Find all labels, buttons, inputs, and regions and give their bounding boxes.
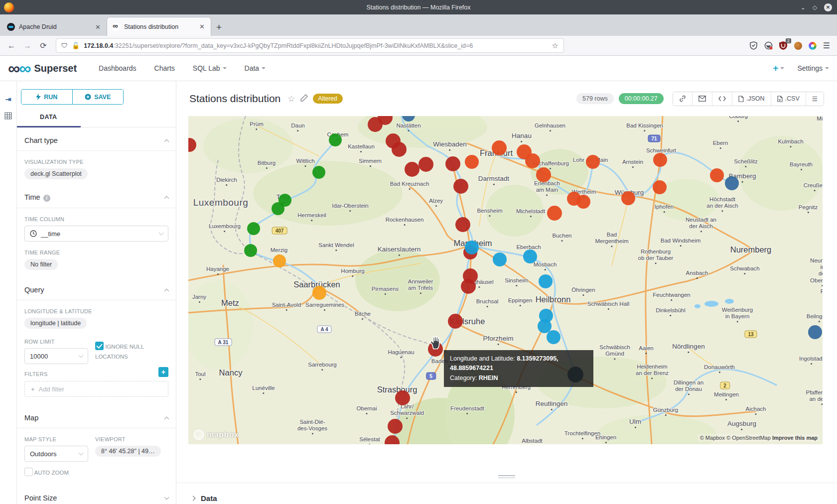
url-text[interactable]: 172.18.0.4:32251/superset/explore/?form_… xyxy=(84,42,548,49)
station-point-green[interactable] xyxy=(329,133,342,146)
add-new-button[interactable]: + xyxy=(773,63,784,74)
section-point-size[interactable]: Point Size xyxy=(24,485,168,504)
ignore-null-checkbox[interactable] xyxy=(95,342,104,350)
station-point-blue[interactable] xyxy=(539,274,553,288)
station-point-orangered[interactable] xyxy=(536,167,551,182)
superset-logo[interactable]: ∞∞ Superset xyxy=(8,61,77,76)
station-point-blue[interactable] xyxy=(547,330,560,344)
ublock-icon[interactable]: 2 xyxy=(779,41,788,50)
station-point-crimson[interactable] xyxy=(455,217,470,232)
nav-data[interactable]: Data xyxy=(245,64,266,72)
station-point-orangered[interactable] xyxy=(621,191,635,205)
station-point-orangered[interactable] xyxy=(492,140,507,155)
menu-icon[interactable]: ☰ xyxy=(823,41,830,50)
reload-button[interactable]: ⟳ xyxy=(37,41,50,50)
add-filter-plus-button[interactable]: + xyxy=(158,367,168,377)
row-limit-select[interactable]: 10000 xyxy=(24,348,88,364)
window-minimize-button[interactable]: ⌄ xyxy=(801,4,806,11)
station-point-steel[interactable] xyxy=(808,325,822,339)
tab-close-icon[interactable]: ✕ xyxy=(198,23,206,30)
tab-close-icon[interactable]: ✕ xyxy=(94,23,102,31)
altered-badge[interactable]: Altered xyxy=(313,94,343,104)
nav-dashboards[interactable]: Dashboards xyxy=(99,64,137,72)
station-point-orangered[interactable] xyxy=(525,153,540,168)
station-point-crimson[interactable] xyxy=(388,419,403,434)
new-tab-button[interactable]: + xyxy=(216,22,222,33)
station-point-crimson[interactable] xyxy=(445,156,460,171)
station-point-orangered[interactable] xyxy=(653,153,667,167)
data-results-panel[interactable]: Data xyxy=(176,483,837,503)
station-point-crimson[interactable] xyxy=(392,142,407,157)
station-point-crimson[interactable] xyxy=(418,157,433,172)
collapse-panel-icon[interactable]: ⇥ xyxy=(5,95,11,103)
url-bar[interactable]: 🛡 🔓 172.18.0.4:32251/superset/explore/?f… xyxy=(56,38,564,53)
window-maximize-button[interactable]: ◇ xyxy=(813,4,817,11)
lock-insecure-icon[interactable]: 🔓 xyxy=(72,42,80,49)
settings-menu[interactable]: Settings xyxy=(797,64,829,72)
improve-map-link[interactable]: Improve this map xyxy=(772,435,818,441)
export-csv-button[interactable]: .CSV xyxy=(771,92,806,106)
pocket-shield-icon[interactable] xyxy=(749,41,758,50)
deckgl-map[interactable]: PrümDaunCochemKastellaunBitburgWittlichS… xyxy=(188,116,823,444)
copy-link-button[interactable] xyxy=(673,92,692,106)
station-point-green[interactable] xyxy=(312,166,325,179)
section-map[interactable]: Map xyxy=(24,405,168,428)
viewport-value[interactable]: 8° 46' 45.28" | 49… xyxy=(95,446,161,457)
window-close-button[interactable]: ✕ xyxy=(824,3,832,11)
station-point-blue[interactable] xyxy=(493,252,507,266)
tab-stations-distribution[interactable]: Stations distribution ✕ xyxy=(107,17,211,36)
section-chart-type[interactable]: Chart type xyxy=(24,127,168,150)
map-style-select[interactable]: Outdoors xyxy=(24,446,88,462)
viz-type-value[interactable]: deck.gl Scatterplot xyxy=(24,168,88,179)
station-point-orangered[interactable] xyxy=(465,155,479,169)
resize-drag-handle[interactable] xyxy=(498,474,515,480)
edit-properties-icon[interactable] xyxy=(300,94,308,103)
cookie-icon[interactable] xyxy=(794,42,802,50)
section-query[interactable]: Query xyxy=(24,277,168,300)
extension-pinwheel-icon[interactable] xyxy=(809,42,817,50)
favorite-star-icon[interactable]: ☆ xyxy=(287,94,295,104)
station-point-green[interactable] xyxy=(244,244,257,257)
run-button[interactable]: RUN xyxy=(21,90,72,104)
station-point-blue[interactable] xyxy=(465,241,479,254)
station-point-orangered[interactable] xyxy=(710,168,724,182)
station-point-orangered[interactable] xyxy=(576,195,590,209)
export-json-button[interactable]: .JSON xyxy=(732,92,771,106)
station-point-green[interactable] xyxy=(272,202,284,215)
station-point-crimson[interactable] xyxy=(461,279,476,294)
station-point-orange[interactable] xyxy=(273,254,286,267)
station-point-orangered[interactable] xyxy=(586,155,600,169)
station-point-orangered[interactable] xyxy=(547,206,562,221)
time-column-select[interactable]: __time xyxy=(24,226,168,242)
shield-icon[interactable]: 🛡 xyxy=(61,42,68,49)
email-button[interactable] xyxy=(692,92,712,106)
station-point-steel[interactable] xyxy=(725,176,739,190)
nav-charts[interactable]: Charts xyxy=(154,64,175,72)
station-point-crimson[interactable] xyxy=(448,314,463,329)
station-point-orangered[interactable] xyxy=(653,180,667,194)
add-filter-box[interactable]: + Add filter xyxy=(24,381,168,397)
tab-apache-druid[interactable]: Apache Druid ✕ xyxy=(2,18,107,36)
station-point-crimson[interactable] xyxy=(395,390,410,405)
station-point-crimson[interactable] xyxy=(453,179,468,194)
tab-data[interactable]: DATA xyxy=(40,114,57,121)
station-point-green[interactable] xyxy=(247,222,260,235)
bookmark-star-icon[interactable]: ☆ xyxy=(552,41,558,50)
station-point-orange[interactable] xyxy=(312,286,326,300)
mapbox-logo[interactable]: mapbox xyxy=(193,429,239,440)
section-time[interactable]: Timei xyxy=(24,184,168,208)
save-button[interactable]: SAVE xyxy=(72,90,124,104)
station-point-blue[interactable] xyxy=(523,250,537,263)
auto-zoom-checkbox[interactable] xyxy=(24,468,33,476)
back-button[interactable]: ← xyxy=(5,41,18,50)
privacy-mask-icon[interactable] xyxy=(764,41,773,50)
embed-code-button[interactable] xyxy=(712,92,732,106)
station-point-crimson[interactable] xyxy=(405,162,419,177)
more-options-button[interactable]: ☰ xyxy=(806,92,824,106)
nav-sql-lab[interactable]: SQL Lab xyxy=(193,64,227,72)
attribution-text[interactable]: © Mapbox © OpenStreetMap xyxy=(700,435,772,441)
forward-button[interactable]: → xyxy=(21,41,34,50)
time-range-value[interactable]: No filter xyxy=(24,259,58,270)
lonlat-value[interactable]: longitude | latitude xyxy=(24,318,87,329)
dataset-grid-icon[interactable] xyxy=(4,112,12,121)
